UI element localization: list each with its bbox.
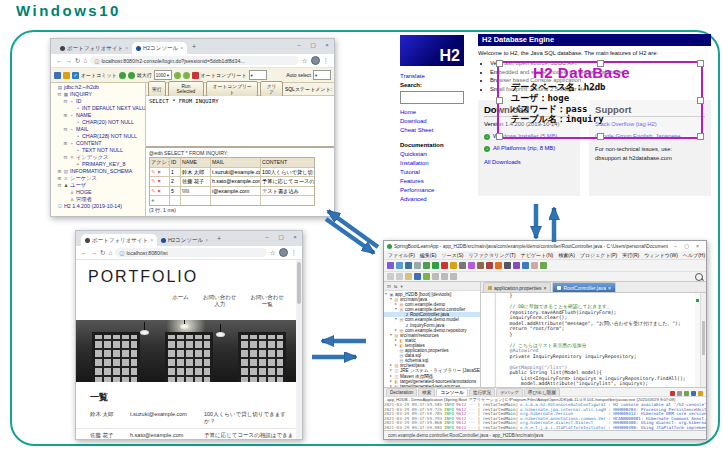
menu-item[interactable]: 編集(E) bbox=[420, 252, 437, 258]
column-header[interactable]: NAME bbox=[181, 158, 211, 167]
tree-twisty-icon[interactable]: ⊞ bbox=[63, 112, 68, 119]
new-tab-button[interactable]: + bbox=[187, 43, 201, 50]
edit-row-icon[interactable]: ✎ bbox=[151, 187, 156, 196]
column-header[interactable]: MAIL bbox=[211, 158, 261, 167]
close-button[interactable]: × bbox=[692, 243, 703, 249]
add-row-icon[interactable]: + bbox=[151, 196, 155, 205]
reload-icon[interactable]: ↻ bbox=[75, 57, 80, 65]
tree-item[interactable]: ⊞ INFORMATION_SCHEMA bbox=[51, 168, 145, 175]
selection-handle[interactable] bbox=[597, 60, 604, 67]
home-icon[interactable]: ⌂ bbox=[108, 249, 112, 256]
settings-icon[interactable] bbox=[183, 72, 190, 79]
minimize-button[interactable]: – bbox=[260, 231, 274, 242]
auto-select-select[interactable]: ▾ bbox=[313, 70, 331, 80]
address-bar[interactable]: ⓘ localhost:8080/list bbox=[115, 248, 266, 257]
toolbar-icon[interactable] bbox=[513, 262, 520, 269]
tree-twisty-icon[interactable]: ⊟ bbox=[57, 91, 62, 98]
toolbar-icon[interactable] bbox=[396, 262, 403, 269]
profile-avatar[interactable] bbox=[311, 56, 320, 65]
toolbar-icon[interactable] bbox=[477, 262, 484, 269]
bookmark-star-icon[interactable]: ☆ bbox=[302, 57, 308, 65]
tree-twisty-icon[interactable]: ▸ bbox=[394, 343, 398, 348]
tree-item[interactable]: 管理者 bbox=[51, 196, 145, 203]
commit-icon[interactable] bbox=[119, 72, 126, 79]
cancel-icon[interactable] bbox=[192, 72, 199, 79]
editor-scrollbar[interactable] bbox=[700, 293, 706, 387]
toolbar-icon[interactable] bbox=[423, 273, 430, 280]
tab-close-icon[interactable]: × bbox=[544, 285, 547, 291]
autocommit-checkbox[interactable]: ✓ bbox=[72, 72, 79, 79]
tab-h2-console[interactable]: H2コンソール × bbox=[157, 234, 212, 246]
reload-icon[interactable]: ↻ bbox=[100, 249, 105, 257]
tree-twisty-icon[interactable]: ⊟ bbox=[63, 154, 68, 161]
selection-handle[interactable] bbox=[496, 133, 503, 140]
edit-row-icon[interactable]: ✎ bbox=[151, 168, 156, 177]
refresh-tree-icon[interactable] bbox=[63, 72, 70, 79]
tree-twisty-icon[interactable]: ⊞ bbox=[63, 140, 68, 147]
selection-handle[interactable] bbox=[697, 97, 704, 104]
minimize-button[interactable]: – bbox=[670, 243, 681, 249]
selection-handle[interactable] bbox=[496, 60, 503, 67]
toolbar-icon[interactable] bbox=[432, 262, 439, 269]
tree-item[interactable]: H2 1.4.200 (2019-10-14) bbox=[51, 203, 145, 210]
tab-close-icon[interactable]: × bbox=[150, 237, 153, 243]
menu-item[interactable]: リファクタリング(T) bbox=[468, 252, 515, 258]
toolbar-icon[interactable] bbox=[504, 262, 511, 269]
forward-icon[interactable]: → bbox=[66, 57, 73, 64]
menu-item[interactable]: プロジェクト(P) bbox=[580, 252, 617, 258]
info-icon[interactable]: ⓘ bbox=[94, 58, 99, 64]
tree-twisty-icon[interactable]: ▾ bbox=[394, 307, 398, 312]
delete-row-icon[interactable]: × bbox=[158, 177, 161, 186]
view-tab[interactable]: 進行状況 bbox=[469, 388, 495, 397]
toolbar-icon[interactable] bbox=[423, 262, 430, 269]
tab-close-icon[interactable]: × bbox=[608, 285, 611, 291]
selection-handle[interactable] bbox=[697, 60, 704, 67]
tree-item[interactable]: ⊟ ユーザ bbox=[51, 182, 145, 189]
code-editor[interactable]: 37 } 38 39 // DBに登録できることを bbox=[481, 293, 706, 387]
view-tab[interactable]: 呼び出し階層 bbox=[524, 388, 560, 397]
browser-menu-icon[interactable]: ⋮ bbox=[323, 57, 330, 65]
sql-toolbar-button[interactable]: クリア bbox=[260, 81, 283, 97]
toolbar-icon[interactable] bbox=[405, 262, 412, 269]
toolbar-icon[interactable] bbox=[450, 262, 457, 269]
selection-handle[interactable] bbox=[496, 97, 503, 104]
maximize-button[interactable]: ▢ bbox=[306, 39, 320, 50]
close-button[interactable]: × bbox=[288, 231, 302, 242]
maximize-button[interactable]: ▢ bbox=[274, 231, 288, 242]
toolbar-icon[interactable] bbox=[468, 262, 475, 269]
view-tab[interactable]: デバッグ bbox=[496, 388, 523, 397]
toolbar-icon[interactable] bbox=[540, 262, 547, 269]
toolbar-icon[interactable] bbox=[531, 262, 538, 269]
scrollbar[interactable] bbox=[296, 260, 302, 439]
tree-twisty-icon[interactable]: ▾ bbox=[389, 297, 393, 302]
sql-toolbar-button[interactable]: 実行 bbox=[148, 81, 166, 97]
download-link[interactable]: All Platforms (zip, 8 MB) bbox=[493, 144, 555, 153]
nav-link[interactable]: ホーム bbox=[172, 294, 189, 308]
tab-portfolio-site[interactable]: ポートフォリオサイト × bbox=[56, 42, 132, 54]
browser-menu-icon[interactable]: ⋮ bbox=[291, 249, 298, 257]
all-downloads-link[interactable]: All Downloads bbox=[484, 158, 574, 167]
tree-twisty-icon[interactable]: ▾ bbox=[394, 317, 398, 322]
editor-tab[interactable]: RootController.java × bbox=[552, 282, 615, 292]
tree-twisty-icon[interactable]: ▾ bbox=[389, 333, 393, 338]
menu-item[interactable]: ナビゲート(N) bbox=[521, 252, 553, 258]
tree-item[interactable]: ⊞ NAME bbox=[51, 112, 145, 119]
sql-editor[interactable]: SELECT * FROM INQUIRY bbox=[146, 96, 334, 148]
tree-item[interactable]: TEXT NOT NULL bbox=[51, 147, 145, 154]
tree-item[interactable]: CHAR(128) NOT NULL bbox=[51, 133, 145, 140]
toolbar-icon[interactable] bbox=[486, 262, 493, 269]
nav-link[interactable]: お問い合わせ 入力 bbox=[203, 294, 237, 308]
search-input[interactable] bbox=[400, 91, 464, 104]
toolbar-icon[interactable] bbox=[495, 262, 502, 269]
translate-link[interactable]: Translate bbox=[400, 72, 474, 81]
collapse-all-icon[interactable]: ⊟ bbox=[387, 284, 391, 289]
disconnect-icon[interactable] bbox=[54, 72, 61, 79]
toolbar-icon[interactable] bbox=[441, 262, 448, 269]
tree-item[interactable]: HOGE bbox=[51, 189, 145, 196]
toolbar-icon[interactable] bbox=[414, 262, 421, 269]
info-icon[interactable]: ⓘ bbox=[119, 250, 124, 256]
sidebar-link[interactable]: Tutorial bbox=[400, 168, 474, 177]
sidebar-link[interactable]: Features bbox=[400, 177, 474, 186]
menu-item[interactable]: 実行(R) bbox=[622, 252, 639, 258]
sidebar-link[interactable]: Download bbox=[400, 117, 474, 126]
